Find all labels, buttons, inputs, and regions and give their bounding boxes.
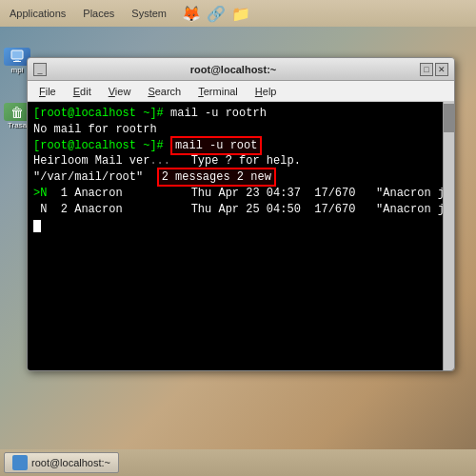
mpi-label: mpi (11, 66, 24, 74)
terminal-line-6: >N 1 Anacron Thu Apr 23 04:37 17/670 "An… (33, 186, 437, 202)
terminal-body[interactable]: [root@localhost ~]# mail -u rootrh No ma… (28, 102, 454, 370)
svg-rect-0 (11, 50, 23, 59)
type-help-text: Type ? for help. (191, 154, 301, 168)
terminal-scrollbar[interactable] (443, 102, 454, 370)
taskbar-terminal-label: root@localhost:~ (31, 457, 110, 468)
window-controls-right: □ ✕ (420, 63, 448, 76)
menu-file[interactable]: File (31, 84, 64, 99)
terminal-line-1: [root@localhost ~]# mail -u rootrh (33, 106, 437, 122)
taskbar-terminal-icon (12, 455, 28, 470)
monitor-icon (10, 50, 25, 65)
cursor-icon (33, 220, 41, 232)
terminal-line-3: [root@localhost ~]# mail -u root (33, 138, 437, 154)
terminal-content: [root@localhost ~]# mail -u rootrh No ma… (33, 106, 437, 233)
desktop: Applications Places System 🦊 🔗 📁 mpi 🗑 T… (0, 0, 476, 476)
terminal-titlebar: _ root@localhost:~ □ ✕ (28, 58, 454, 81)
terminal-line-cursor (33, 218, 437, 234)
terminal-line-5: "/var/mail/root" 2 messages 2 new (33, 169, 437, 186)
places-menu[interactable]: Places (77, 6, 120, 21)
menu-help[interactable]: Help (248, 84, 285, 99)
menu-terminal[interactable]: Terminal (190, 84, 246, 99)
applications-menu[interactable]: Applications (4, 6, 71, 21)
maximize-button[interactable]: □ (420, 63, 433, 76)
firefox-icon[interactable]: 🦊 (182, 5, 201, 23)
taskbar-top: Applications Places System 🦊 🔗 📁 (0, 0, 476, 27)
menu-edit[interactable]: Edit (66, 84, 99, 99)
close-button[interactable]: ✕ (435, 63, 448, 76)
taskbar-terminal-button[interactable]: root@localhost:~ (4, 452, 119, 473)
folder-icon[interactable]: 📁 (231, 5, 250, 23)
network-icon[interactable]: 🔗 (207, 5, 226, 23)
terminal-window: _ root@localhost:~ □ ✕ File Edit View Se… (27, 57, 455, 371)
menu-view[interactable]: View (101, 84, 139, 99)
terminal-menubar: File Edit View Search Terminal Help (28, 81, 454, 102)
menu-search[interactable]: Search (140, 84, 188, 99)
scrollbar-thumb[interactable] (444, 104, 454, 132)
system-menu[interactable]: System (126, 6, 172, 21)
highlight-mail-cmd: mail -u root (170, 136, 262, 155)
terminal-line-7: N 2 Anacron Thu Apr 25 04:50 17/670 "Ana… (33, 202, 437, 218)
minimize-button[interactable]: _ (33, 63, 47, 76)
window-controls: _ (33, 63, 47, 76)
taskbar-bottom: root@localhost:~ (0, 449, 476, 476)
trash-label: Trasa (8, 121, 27, 129)
highlight-messages: 2 messages 2 new (157, 168, 276, 187)
svg-rect-1 (15, 59, 19, 61)
trash-icon: 🗑 (10, 105, 24, 120)
terminal-title: root@localhost:~ (47, 64, 420, 75)
svg-rect-2 (13, 61, 21, 62)
